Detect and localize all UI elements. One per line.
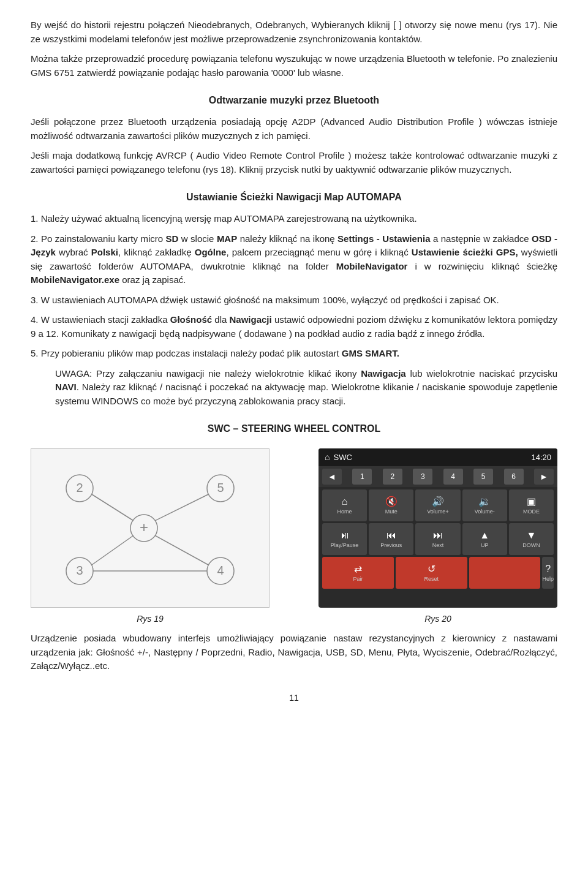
down-icon: ▼	[526, 531, 536, 540]
intro-paragraph-2: Można także przeprowadzić procedurę powi…	[31, 52, 557, 80]
home-icon: ⌂	[342, 497, 348, 507]
nav-item-4: 4. W ustawieniach stacji zakładka Głośno…	[31, 313, 557, 341]
footer-paragraph: Urządzenie posiada wbudowany interfejs u…	[31, 632, 557, 673]
figures-row: 2 5 + 3 4	[31, 448, 557, 625]
figure-20: ⌂ SWC 14:20 ◄ 1 2 3 4 5 6 ►	[318, 448, 557, 608]
nav-item-2: 2. Po zainstalowaniu karty micro SD w sl…	[31, 232, 557, 287]
svg-text:5: 5	[217, 481, 224, 494]
swc-prev-arrow[interactable]: ◄	[322, 469, 342, 485]
swc-volume-minus-button[interactable]: 🔉 Volume-	[462, 489, 507, 521]
previous-icon: ⏮	[386, 531, 396, 540]
svg-line-11	[155, 494, 208, 521]
pair-icon: ⇄	[354, 564, 362, 574]
swc-mute-button[interactable]: 🔇 Mute	[369, 489, 413, 521]
uwaga-block: UWAGA: Przy załączaniu nawigacji nie nal…	[55, 367, 557, 409]
figure-19: 2 5 + 3 4	[31, 448, 270, 608]
play-pause-icon: ⏯	[340, 531, 350, 540]
figure-19-block: 2 5 + 3 4	[31, 448, 270, 625]
swc-header: ⌂ SWC 14:20	[318, 448, 557, 466]
svg-line-10	[92, 494, 134, 521]
swc-play-pause-button[interactable]: ⏯ Play/Pause	[322, 523, 367, 555]
svg-line-12	[92, 535, 134, 565]
swc-title: SWC	[333, 451, 352, 464]
figure-20-block: ⌂ SWC 14:20 ◄ 1 2 3 4 5 6 ►	[318, 448, 557, 625]
svg-text:4: 4	[217, 564, 224, 577]
up-icon: ▲	[480, 531, 489, 540]
swc-next-arrow[interactable]: ►	[534, 469, 554, 485]
help-icon: ?	[545, 564, 551, 574]
swc-num-1[interactable]: 1	[352, 469, 372, 485]
swc-pair-button[interactable]: ⇄ Pair	[322, 557, 394, 589]
bluetooth-p1: Jeśli połączone przez Bluetooth urządzen…	[31, 115, 557, 143]
swc-help-button[interactable]: ? Help	[542, 557, 554, 589]
fig20-caption: Rys 20	[424, 613, 451, 625]
svg-text:+: +	[140, 519, 148, 535]
swc-num-6[interactable]: 6	[504, 469, 524, 485]
nav-item-1: 1. Należy używać aktualną licencyjną wer…	[31, 212, 557, 226]
swc-btn-row-3: ⇄ Pair ↺ Reset ? Help	[322, 557, 554, 589]
nav-item-3: 3. W ustawieniach AUTOMAPA dźwięk ustawi…	[31, 293, 557, 308]
swc-home-icon: ⌂	[325, 451, 330, 464]
swc-num-2[interactable]: 2	[383, 469, 402, 485]
swc-btn-row-1: ⌂ Home 🔇 Mute 🔊 Volume+ 🔉	[322, 489, 554, 521]
swc-previous-button[interactable]: ⏮ Previous	[369, 523, 413, 555]
nav-item-5: 5. Przy pobieraniu plików map podczas in…	[31, 347, 557, 361]
svg-text:2: 2	[76, 481, 83, 494]
page-number: 11	[31, 692, 557, 705]
fig19-caption: Rys 19	[137, 613, 164, 625]
svg-line-13	[155, 535, 208, 565]
next-icon: ⏭	[433, 531, 443, 540]
nav-heading: Ustawianie Ścieżki Nawigacji Map AUTOMAP…	[31, 190, 557, 205]
bluetooth-p2: Jeśli maja dodatkową funkcję AVRCP ( Aud…	[31, 149, 557, 176]
volume-plus-icon: 🔊	[432, 497, 444, 507]
page-content: By wejść do historii rejestru połączeń N…	[31, 18, 557, 705]
mute-icon: 🔇	[385, 497, 398, 507]
swc-volume-plus-button[interactable]: 🔊 Volume+	[415, 489, 460, 521]
volume-minus-icon: 🔉	[478, 497, 491, 507]
swc-reset-button[interactable]: ↺ Reset	[396, 557, 467, 589]
swc-num-5[interactable]: 5	[473, 469, 493, 485]
reset-icon: ↺	[428, 564, 435, 574]
svg-text:3: 3	[76, 564, 83, 577]
swc-down-button[interactable]: ▼ DOWN	[509, 523, 554, 555]
swc-btn-row-2: ⏯ Play/Pause ⏮ Previous ⏭ Next ▲	[322, 523, 554, 555]
swc-num-3[interactable]: 3	[413, 469, 432, 485]
swc-next-button[interactable]: ⏭ Next	[415, 523, 460, 555]
swc-up-button[interactable]: ▲ UP	[462, 523, 507, 555]
figure-19-svg: 2 5 + 3 4	[43, 458, 257, 599]
swc-header-left: ⌂ SWC	[325, 451, 352, 464]
swc-heading: SWC – STEERING WHEEL CONTROL	[31, 421, 557, 436]
bluetooth-heading: Odtwarzanie muzyki przez Bluetooth	[31, 93, 557, 108]
swc-home-button[interactable]: ⌂ Home	[322, 489, 367, 521]
mode-icon: ▣	[527, 497, 536, 507]
swc-time: 14:20	[531, 451, 551, 464]
swc-buttons-grid: ⌂ Home 🔇 Mute 🔊 Volume+ 🔉	[318, 487, 557, 608]
swc-numbers-row: ◄ 1 2 3 4 5 6 ►	[318, 466, 557, 487]
swc-num-4[interactable]: 4	[443, 469, 463, 485]
swc-empty-red-button[interactable]	[469, 557, 541, 589]
intro-paragraph-1: By wejść do historii rejestru połączeń N…	[31, 18, 557, 46]
swc-mode-button[interactable]: ▣ MODE	[509, 489, 554, 521]
